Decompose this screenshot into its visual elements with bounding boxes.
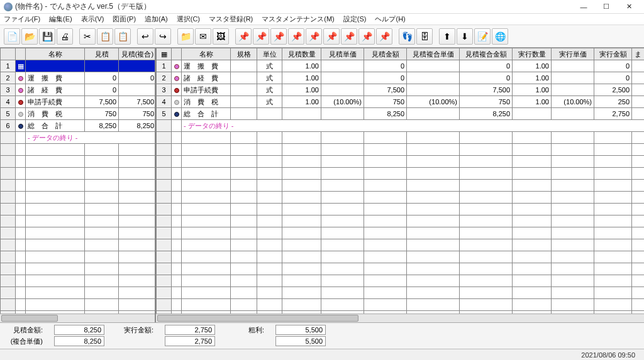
cell-m-amt[interactable]: 0 — [364, 72, 407, 84]
cell-name[interactable] — [26, 60, 85, 72]
cell-mf-unit[interactable]: (10.00%) — [407, 96, 460, 108]
right-col-8[interactable]: 見積複合単価 — [407, 48, 460, 60]
toolbar-btn-10[interactable]: ✉ — [195, 28, 211, 45]
cell-r-amt[interactable]: 2,500 — [594, 84, 632, 96]
cell-name[interactable]: 運 搬 費 — [182, 60, 231, 72]
toolbar-btn-22[interactable]: 🗄 — [416, 28, 433, 45]
left-row[interactable]: 1 ▦ — [1, 60, 155, 72]
left-row[interactable]: 4 申請手続費 7,500 7,500 — [1, 96, 155, 108]
cell-r-amt[interactable]: 250 — [594, 96, 632, 108]
toolbar-btn-18[interactable]: 📌 — [341, 28, 357, 45]
cell-fukugo[interactable] — [119, 84, 155, 96]
cell-mf-amt[interactable]: 7,500 — [460, 84, 513, 96]
cell-r-qty[interactable]: 1.00 — [513, 96, 552, 108]
toolbar-btn-11[interactable]: 🖼 — [213, 28, 229, 45]
toolbar-btn-0[interactable]: 📄 — [4, 28, 20, 45]
toolbar-btn-23[interactable]: ⬆ — [439, 28, 455, 45]
cell-m-amt[interactable]: 8,250 — [364, 108, 407, 120]
cell-name[interactable]: 申請手続費 — [182, 84, 231, 96]
cell-name[interactable]: 消 費 税 — [182, 96, 231, 108]
right-col-3[interactable]: 規格 — [231, 48, 257, 60]
cell-m-amt[interactable]: 750 — [364, 96, 407, 108]
toolbar-btn-21[interactable]: 👣 — [399, 28, 415, 45]
cell-mitsumori[interactable]: 0 — [85, 72, 119, 84]
right-row[interactable]: 1 運 搬 費 式 1.00 0 0 1.00 0 — [157, 60, 645, 72]
cell-name[interactable]: 申請手続費 — [26, 96, 85, 108]
right-row[interactable]: 4 消 費 税 式 1.00 (10.00%) 750 (10.00%) 750… — [157, 96, 645, 108]
cell-fukugo[interactable]: 8,250 — [119, 120, 155, 132]
cell-r-amt[interactable]: 0 — [594, 72, 632, 84]
cell-r-qty[interactable]: 1.00 — [513, 72, 552, 84]
cell-name[interactable]: 消 費 税 — [26, 108, 85, 120]
cell-fukugo[interactable]: 0 — [119, 72, 155, 84]
menu-drawing[interactable]: 図面(P) — [113, 14, 136, 24]
cell-mf-amt[interactable]: 0 — [460, 72, 513, 84]
cell-mitsumori[interactable] — [85, 60, 119, 72]
menu-settings[interactable]: 設定(S) — [343, 14, 367, 24]
cell-m-amt[interactable]: 7,500 — [364, 84, 407, 96]
toolbar-btn-1[interactable]: 📂 — [21, 28, 38, 45]
left-col-fukugo[interactable]: 見積(複合) — [119, 48, 155, 60]
left-col-mitsumori[interactable]: 見積 — [85, 48, 119, 60]
cell-m-qty[interactable] — [282, 108, 321, 120]
cell-m-unit[interactable] — [321, 72, 364, 84]
cell-unit[interactable]: 式 — [257, 96, 282, 108]
cell-r-qty[interactable]: 1.00 — [513, 84, 552, 96]
cell-unit[interactable]: 式 — [257, 60, 282, 72]
cell-m-qty[interactable]: 1.00 — [282, 60, 321, 72]
menu-edit[interactable]: 編集(E) — [49, 14, 72, 24]
cell-m-unit[interactable] — [321, 108, 364, 120]
toolbar-btn-26[interactable]: 🌐 — [492, 28, 508, 45]
cell-fukugo[interactable] — [119, 60, 155, 72]
cell-mf-unit[interactable] — [407, 84, 460, 96]
right-row[interactable]: 5 総 合 計 8,250 8,250 2,750 — [157, 108, 645, 120]
toolbar-btn-16[interactable]: 📌 — [306, 28, 322, 45]
cell-spec[interactable] — [231, 96, 257, 108]
cell-r-qty[interactable] — [513, 108, 552, 120]
menu-master-reg[interactable]: マスタ登録(R) — [209, 14, 253, 24]
cell-unit[interactable]: 式 — [257, 84, 282, 96]
toolbar-btn-6[interactable]: 📋 — [114, 28, 131, 45]
cell-m-amt[interactable]: 0 — [364, 60, 407, 72]
cell-r-amt[interactable]: 2,750 — [594, 108, 632, 120]
right-col-9[interactable]: 見積複合金額 — [460, 48, 513, 60]
cell-m-qty[interactable]: 1.00 — [282, 72, 321, 84]
left-row[interactable]: 3 諸 経 費 0 — [1, 84, 155, 96]
cell-unit[interactable] — [257, 108, 282, 120]
right-grid[interactable]: ▦名称規格単位見積数量見積単価見積金額見積複合単価見積複合金額実行数量実行単価実… — [156, 48, 644, 314]
cell-mf-amt[interactable]: 750 — [460, 96, 513, 108]
cell-r-unit[interactable] — [552, 108, 594, 120]
cell-mitsumori[interactable]: 0 — [85, 84, 119, 96]
toolbar-btn-8[interactable]: ↪ — [155, 28, 171, 45]
cell-name[interactable]: 総 合 計 — [26, 120, 85, 132]
right-col-5[interactable]: 見積数量 — [282, 48, 321, 60]
cell-spec[interactable] — [231, 72, 257, 84]
right-col-4[interactable]: 単位 — [257, 48, 282, 60]
toolbar-btn-13[interactable]: 📌 — [253, 28, 269, 45]
toolbar-btn-15[interactable]: 📌 — [288, 28, 304, 45]
toolbar-btn-24[interactable]: ⬇ — [457, 28, 473, 45]
right-col-11[interactable]: 実行単価 — [552, 48, 594, 60]
left-row[interactable]: 5 消 費 税 750 750 — [1, 108, 155, 120]
cell-spec[interactable] — [231, 84, 257, 96]
cell-fukugo[interactable]: 750 — [119, 108, 155, 120]
toolbar-btn-25[interactable]: 📝 — [474, 28, 491, 45]
cell-mf-amt[interactable]: 0 — [460, 60, 513, 72]
cell-r-unit[interactable] — [552, 72, 594, 84]
cell-mf-unit[interactable] — [407, 60, 460, 72]
cell-name[interactable]: 総 合 計 — [182, 108, 231, 120]
toolbar-btn-2[interactable]: 💾 — [39, 28, 55, 45]
cell-mitsumori[interactable]: 8,250 — [85, 120, 119, 132]
right-col-10[interactable]: 実行数量 — [513, 48, 552, 60]
right-row[interactable]: 3 申請手続費 式 1.00 7,500 7,500 1.00 2,500 — [157, 84, 645, 96]
toolbar-btn-12[interactable]: 📌 — [235, 28, 252, 45]
menu-file[interactable]: ファイル(F) — [4, 14, 40, 24]
menu-select[interactable]: 選択(C) — [177, 14, 200, 24]
cell-m-unit[interactable] — [321, 84, 364, 96]
left-col-name[interactable]: 名称 — [26, 48, 85, 60]
cell-spec[interactable] — [231, 108, 257, 120]
toolbar-btn-7[interactable]: ↩ — [137, 28, 153, 45]
cell-m-qty[interactable]: 1.00 — [282, 96, 321, 108]
cell-spec[interactable] — [231, 60, 257, 72]
toolbar-btn-9[interactable]: 📁 — [177, 28, 194, 45]
